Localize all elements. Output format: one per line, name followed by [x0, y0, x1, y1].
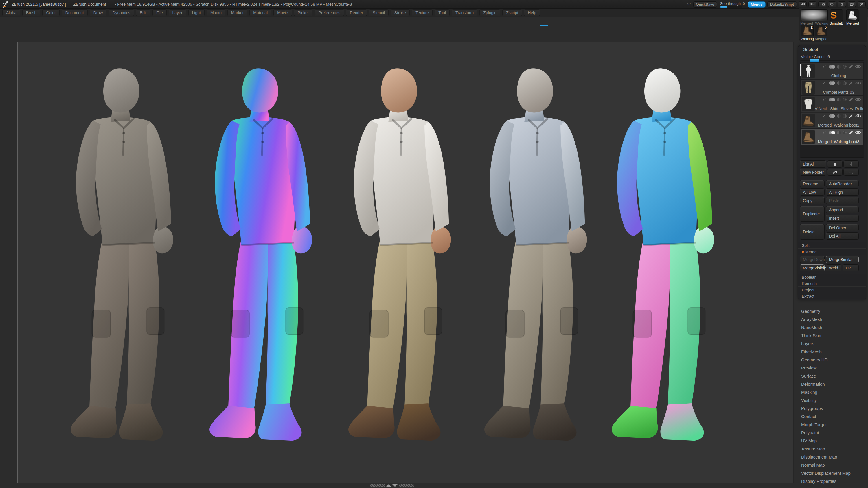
see-through-slider[interactable]: See-through 0: [720, 1, 745, 7]
minimize-icon[interactable]: [838, 1, 846, 7]
tool-shelf-item-merged-5[interactable]: 5 Merged: [814, 25, 828, 41]
menu-macro[interactable]: Macro: [207, 9, 225, 16]
insert-button[interactable]: Insert: [826, 215, 859, 222]
palette-section-polypaint[interactable]: Polypaint: [798, 428, 866, 436]
palette-section-normal-map[interactable]: Normal Map: [798, 461, 866, 469]
paste-button[interactable]: Paste: [826, 197, 859, 204]
del-all-button[interactable]: Del All: [826, 232, 859, 240]
menu-draw[interactable]: Draw: [90, 9, 107, 16]
polypaint-toggle-icon[interactable]: [829, 98, 835, 101]
palette-section-morph-target[interactable]: Morph Target: [798, 420, 866, 428]
menu-brush[interactable]: Brush: [22, 9, 40, 16]
polypaint-toggle-icon[interactable]: [829, 131, 835, 134]
boolean-section-header[interactable]: Boolean: [798, 274, 866, 280]
mergedown-button[interactable]: MergeDown: [800, 256, 825, 263]
divider-hatch-right[interactable]: [399, 484, 414, 487]
menu-layer[interactable]: Layer: [169, 9, 186, 16]
shaded-toggle-icon[interactable]: [837, 98, 841, 101]
list-arrow-icon[interactable]: [823, 98, 827, 101]
palette-section-geometry-hd[interactable]: Geometry HD: [798, 356, 866, 364]
menu-render[interactable]: Render: [346, 9, 367, 16]
palette-section-deformation[interactable]: Deformation: [798, 380, 866, 388]
autoreorder-button[interactable]: AutoReorder: [826, 180, 859, 187]
shaded-toggle-icon[interactable]: [837, 114, 841, 118]
remesh-section-header[interactable]: Remesh: [798, 280, 866, 287]
menu-picker[interactable]: Picker: [294, 9, 313, 16]
mergevisible-button[interactable]: MergeVisible: [800, 264, 825, 271]
subtool-row-2[interactable]: Combat Pants 03: [801, 79, 863, 95]
visible-count-thumb[interactable]: [810, 59, 819, 62]
duplicate-button[interactable]: Duplicate: [800, 206, 825, 222]
subtool-row-3[interactable]: V-Neck_Shirt_Sleves_Rolled1: [801, 96, 863, 112]
restore-icon[interactable]: [848, 1, 856, 7]
menu-preferences[interactable]: Preferences: [314, 9, 344, 16]
list-arrow-icon[interactable]: [823, 82, 827, 85]
weld-button[interactable]: Weld: [826, 264, 841, 271]
paint-brush-icon[interactable]: [848, 64, 853, 68]
all-low-button[interactable]: All Low: [800, 189, 825, 196]
palette-section-nanomesh[interactable]: NanoMesh: [798, 323, 866, 331]
split-section-header[interactable]: Split: [798, 242, 866, 248]
palette-section-arraymesh[interactable]: ArrayMesh: [798, 315, 866, 323]
menu-zscript[interactable]: Zscript: [502, 9, 522, 16]
list-arrow-icon[interactable]: [823, 65, 827, 68]
menu-marker[interactable]: Marker: [227, 9, 248, 16]
visibility-eye-icon[interactable]: [855, 130, 861, 134]
contrast-toggle-icon[interactable]: [843, 81, 846, 85]
palette-section-visibility[interactable]: Visibility: [798, 396, 866, 404]
palette-section-polygroups[interactable]: Polygroups: [798, 404, 866, 412]
palette-section-vector-displacement-map[interactable]: Vector Displacement Map: [798, 469, 866, 477]
divider-hatch-left[interactable]: [370, 484, 385, 487]
subtool-panel-title[interactable]: Subtool: [798, 45, 866, 53]
polypaint-toggle-icon[interactable]: [829, 114, 835, 118]
palette-section-contact[interactable]: Contact: [798, 412, 866, 420]
subtool-row-1[interactable]: Clothing: [801, 63, 863, 79]
polypaint-toggle-icon[interactable]: [829, 81, 835, 85]
palette-section-display-properties[interactable]: Display Properties: [798, 477, 866, 485]
menu-movie[interactable]: Movie: [273, 9, 292, 16]
document-canvas[interactable]: [18, 42, 793, 483]
palette-section-layers[interactable]: Layers: [798, 339, 866, 348]
subtool-row-5[interactable]: Merged_Walking boot3: [801, 129, 863, 145]
divider-arrow-up-icon[interactable]: [386, 484, 391, 487]
contrast-toggle-icon[interactable]: [843, 98, 846, 101]
menu-alpha[interactable]: Alpha: [2, 9, 20, 16]
move-into-folder-button[interactable]: [843, 168, 859, 176]
rename-button[interactable]: Rename: [800, 180, 825, 187]
menu-tool[interactable]: Tool: [435, 9, 450, 16]
menus-toggle-button[interactable]: Menus: [748, 1, 765, 7]
move-down-button[interactable]: [843, 160, 859, 168]
contrast-toggle-icon[interactable]: [843, 65, 846, 68]
visible-count-slider[interactable]: Visible Count 6: [798, 53, 866, 59]
menu-edit[interactable]: Edit: [136, 9, 151, 16]
uv-button[interactable]: Uv: [842, 264, 859, 271]
paint-brush-icon[interactable]: [848, 81, 853, 85]
scroll-left-icon[interactable]: [799, 1, 807, 7]
menu-help[interactable]: Help: [524, 9, 540, 16]
menu-transform[interactable]: Transform: [452, 9, 477, 16]
bottom-tray-divider-handle[interactable]: [370, 484, 414, 487]
menu-document[interactable]: Document: [62, 9, 88, 16]
palette-section-displacement-map[interactable]: Displacement Map: [798, 453, 866, 461]
divider-arrow-down-icon[interactable]: [392, 484, 398, 487]
del-other-button[interactable]: Del Other: [826, 224, 859, 231]
polypaint-toggle-icon[interactable]: [829, 65, 835, 68]
palette-section-geometry[interactable]: Geometry: [798, 307, 866, 315]
merge-section-header[interactable]: Merge: [798, 248, 866, 255]
tool-shelf-item-merged[interactable]: Merged: [845, 9, 860, 26]
paint-brush-icon[interactable]: [848, 114, 853, 118]
shaded-toggle-icon[interactable]: [837, 65, 841, 68]
move-up-button[interactable]: [827, 160, 842, 168]
palette-section-texture-map[interactable]: Texture Map: [798, 445, 866, 453]
contrast-toggle-icon[interactable]: [843, 131, 846, 134]
new-folder-button[interactable]: New Folder: [800, 168, 826, 176]
delete-button[interactable]: Delete: [800, 224, 825, 240]
tool-shelf-item-walking-2[interactable]: 2 Walking: [801, 25, 814, 41]
menu-color[interactable]: Color: [42, 9, 59, 16]
subtool-row-4[interactable]: Merged_Walking boot2: [801, 112, 863, 128]
mergesimilar-button[interactable]: MergeSimilar: [826, 256, 859, 263]
visibility-eye-icon[interactable]: [855, 81, 861, 85]
menu-zplugin[interactable]: Zplugin: [479, 9, 500, 16]
paint-brush-icon[interactable]: [848, 130, 853, 134]
menu-stroke[interactable]: Stroke: [391, 9, 410, 16]
